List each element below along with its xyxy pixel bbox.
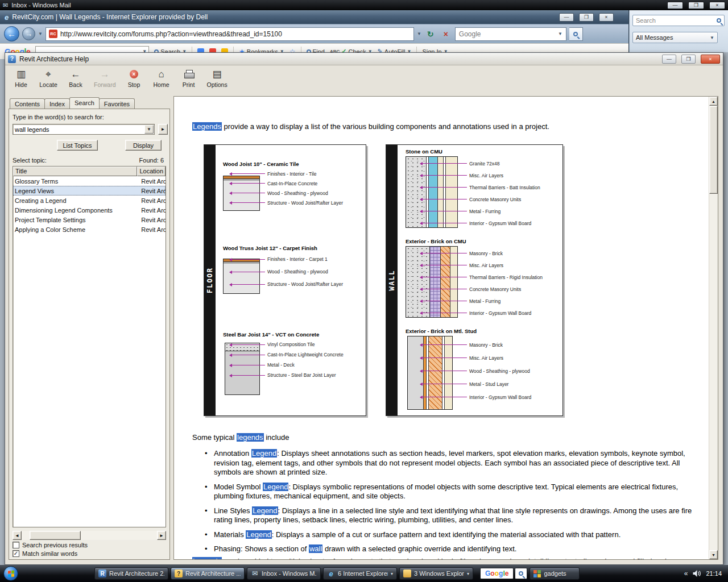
- taskbar-buttons: Revit Architecture 2... ▾ Revit Architec…: [94, 567, 473, 580]
- forward-button[interactable]: → Forward: [94, 68, 116, 88]
- leader-line: [420, 384, 467, 384]
- leader-line: [420, 301, 467, 301]
- taskbar-clock[interactable]: 21:14: [706, 570, 722, 577]
- result-title: Legend Views: [13, 188, 139, 194]
- scrollbar-thumb[interactable]: [30, 531, 81, 540]
- group-expand-icon[interactable]: ▾: [391, 571, 393, 576]
- scrollbar-thumb[interactable]: [709, 106, 718, 194]
- search-expand-button[interactable]: ►: [158, 124, 168, 135]
- taskbar-window-button[interactable]: Revit Architecture 2... ▾: [94, 567, 168, 580]
- ie-maximize-button[interactable]: ❐: [579, 13, 594, 22]
- scroll-left-button[interactable]: ◄: [13, 531, 22, 540]
- options-button[interactable]: ▤ Options: [207, 68, 228, 88]
- search-result-row[interactable]: Dimensioning Legend Components Revit Arc…: [13, 205, 166, 215]
- legend-label-row: Granite 72x48: [386, 157, 561, 169]
- locate-button[interactable]: ⌖ Locate: [39, 68, 57, 88]
- taskbar-window-button[interactable]: 6 Internet Explorer ▾: [323, 567, 397, 580]
- refresh-button[interactable]: ↻: [424, 28, 437, 40]
- home-button[interactable]: ⌂ Home: [152, 68, 171, 88]
- start-button[interactable]: [3, 566, 18, 581]
- taskbar-button-icon: [98, 569, 106, 577]
- display-button[interactable]: Display: [125, 140, 162, 151]
- search-keyword-combo[interactable]: wall legends ▼: [13, 124, 155, 135]
- search-hit-highlight: legends: [237, 433, 264, 442]
- ie-icon: e: [5, 13, 9, 22]
- horizontal-scrollbar[interactable]: ◄ ►: [13, 531, 166, 540]
- leader-line: [230, 365, 265, 365]
- tab-search[interactable]: Search: [69, 97, 100, 109]
- chevron-down-icon[interactable]: ▼: [144, 125, 154, 134]
- address-field[interactable]: RC http://www.revitcity.com/forums.php?a…: [46, 27, 414, 41]
- google-deskband-input[interactable]: Google: [480, 568, 514, 579]
- gadgets-button[interactable]: gadgets: [530, 567, 580, 580]
- forward-button[interactable]: →: [22, 27, 35, 40]
- help-maximize-button[interactable]: ❐: [681, 55, 696, 64]
- search-provider-dropdown-icon[interactable]: ▼: [558, 31, 562, 36]
- mail-search-input[interactable]: Search: [632, 15, 725, 26]
- bullet-prefix: Annotation: [214, 449, 251, 458]
- ie-search-box[interactable]: Google ▼: [455, 27, 566, 41]
- taskbar-window-button[interactable]: Revit Architecture ... ▾: [171, 567, 245, 580]
- legend-label: Misc. Air Layers: [467, 173, 503, 178]
- stop-button[interactable]: × Stop: [125, 68, 143, 88]
- back-button[interactable]: ←: [4, 26, 19, 41]
- history-dropdown-icon[interactable]: ▼: [38, 31, 43, 36]
- deskband-search-button[interactable]: [515, 568, 527, 579]
- tab-favorites[interactable]: Favorites: [99, 98, 135, 109]
- group-expand-icon[interactable]: ▾: [467, 571, 469, 576]
- back-label: Back: [69, 81, 82, 88]
- print-button[interactable]: Print: [180, 68, 198, 88]
- back-button[interactable]: ← Back: [67, 68, 85, 88]
- help-close-button[interactable]: ×: [701, 55, 720, 64]
- legend-type-bullet: Model Symbol Legend: Displays symbolic r…: [192, 483, 704, 501]
- legend-label-row: Metal - Furring: [386, 205, 561, 217]
- search-result-row[interactable]: Creating a Legend Revit Arch: [13, 196, 166, 205]
- gadgets-icon: [533, 570, 541, 577]
- scroll-right-button[interactable]: ►: [157, 531, 166, 540]
- list-topics-button[interactable]: List Topics: [57, 140, 98, 151]
- legend-label: Metal - Furring: [467, 298, 500, 304]
- tab-contents[interactable]: Contents: [10, 98, 45, 109]
- column-header-title[interactable]: Title: [13, 167, 137, 176]
- ie-close-button[interactable]: ×: [599, 13, 614, 22]
- leader-line: [420, 223, 467, 223]
- mail-close-button[interactable]: ×: [709, 2, 725, 9]
- taskbar-button-label: Inbox - Windows M...: [262, 570, 317, 577]
- tray-chevron-icon[interactable]: «: [684, 569, 688, 577]
- mail-maximize-button[interactable]: ❐: [688, 2, 704, 9]
- search-option-row[interactable]: Search previous results: [13, 541, 88, 549]
- scroll-up-button[interactable]: ▲: [709, 97, 718, 106]
- help-minimize-button[interactable]: —: [662, 55, 676, 64]
- column-header-location[interactable]: Location: [137, 167, 166, 176]
- bullet-prefix: Materials: [214, 530, 246, 539]
- checkbox[interactable]: [13, 542, 19, 548]
- content-vertical-scrollbar[interactable]: ▲ ▼: [709, 97, 718, 559]
- search-result-row[interactable]: Project Template Settings Revit Arch: [13, 215, 166, 225]
- search-go-button[interactable]: [569, 27, 583, 41]
- tab-index[interactable]: Index: [44, 98, 70, 109]
- search-hit-highlight: Legends: [192, 122, 222, 131]
- search-result-row[interactable]: Legend Views Revit Arch: [13, 186, 166, 196]
- leader-line: [230, 183, 265, 184]
- forward-label: Forward: [94, 81, 116, 88]
- search-result-row[interactable]: Applying a Color Scheme Revit Arch: [13, 225, 166, 234]
- stop-button[interactable]: ×: [440, 28, 452, 40]
- ie-minimize-button[interactable]: —: [559, 13, 574, 22]
- scroll-down-button[interactable]: ▼: [709, 550, 718, 559]
- address-dropdown-icon[interactable]: ▼: [417, 31, 421, 36]
- search-option-row[interactable]: Match similar words: [13, 549, 88, 558]
- mail-view-filter-dropdown[interactable]: All Messages ▼: [632, 32, 718, 43]
- volume-icon[interactable]: [693, 570, 701, 577]
- taskbar-window-button[interactable]: Inbox - Windows M... ▾: [247, 567, 321, 580]
- legend-label-row: Structure - Steel Bar Joist Layer: [204, 370, 365, 380]
- scrollbar-track[interactable]: [22, 531, 157, 540]
- help-content-pane: Legends provide a way to display a list …: [173, 96, 718, 560]
- hide-button[interactable]: ▥ Hide: [12, 68, 30, 88]
- search-result-row[interactable]: Glossary Terms Revit Arch: [13, 176, 166, 186]
- leader-line: [230, 272, 265, 272]
- checkbox[interactable]: [13, 550, 19, 557]
- taskbar-window-button[interactable]: 3 Windows Explor... ▾: [399, 567, 473, 580]
- print-label: Print: [183, 81, 195, 88]
- mail-minimize-button[interactable]: —: [667, 2, 683, 9]
- legend-label-row: Concrete Masonry Units: [386, 193, 561, 205]
